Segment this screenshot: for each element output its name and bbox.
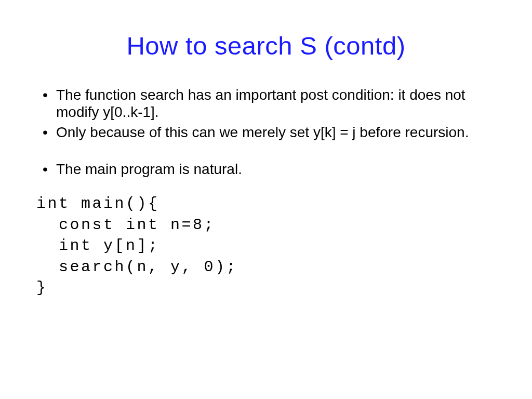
bullet-spacer: [36, 144, 496, 161]
bullet-list: The function search has an important pos…: [36, 86, 496, 178]
code-block: int main(){ const int n=8; int y[n]; sea…: [36, 193, 496, 299]
bullet-item: The function search has an important pos…: [36, 86, 496, 121]
bullet-item: Only because of this can we merely set y…: [36, 124, 496, 141]
slide: How to search S (contd) The function sea…: [0, 0, 532, 399]
bullet-item: The main program is natural.: [36, 161, 496, 178]
slide-title: How to search S (contd): [36, 31, 496, 60]
